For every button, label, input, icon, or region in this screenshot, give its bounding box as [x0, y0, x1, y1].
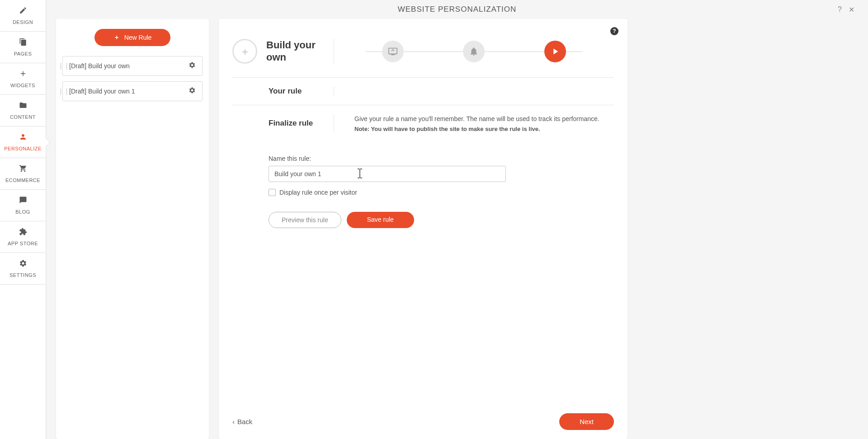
- rule-list-item[interactable]: ⋮⋮⋮⋮ [Draft] Build your own 1: [62, 81, 203, 101]
- wizard-title: Build your own: [266, 39, 325, 63]
- plus-icon: [19, 70, 27, 80]
- name-rule-label: Name this rule:: [269, 155, 614, 162]
- gear-icon: [19, 259, 27, 270]
- step-trigger[interactable]: [382, 41, 404, 62]
- cart-icon: [19, 164, 27, 175]
- panel-footer: ‹ Back Next: [232, 404, 614, 430]
- drag-handle-icon[interactable]: ⋮⋮⋮⋮: [58, 90, 70, 93]
- rule-item-label: [Draft] Build your own: [69, 62, 189, 70]
- plus-icon: ＋: [113, 33, 120, 42]
- pages-icon: [19, 38, 27, 48]
- button-row: Preview this rule Save rule: [269, 212, 614, 228]
- checkbox-label: Display rule once per visitor: [279, 189, 357, 196]
- wizard-header: ＋ Build your own: [232, 28, 614, 78]
- sidebar-item-label: ECOMMERCE: [5, 177, 40, 183]
- close-icon[interactable]: ✕: [849, 5, 854, 14]
- play-icon: [550, 47, 560, 56]
- gear-icon[interactable]: [189, 61, 196, 70]
- sidebar-item-widgets[interactable]: WIDGETS: [0, 63, 46, 95]
- new-rule-button[interactable]: ＋ New Rule: [94, 29, 170, 46]
- drag-handle-icon[interactable]: ⋮⋮⋮⋮: [58, 65, 70, 67]
- sidebar-item-settings[interactable]: SETTINGS: [0, 253, 46, 285]
- sidebar-item-pages[interactable]: PAGES: [0, 32, 46, 63]
- help-icon[interactable]: ?: [610, 27, 618, 35]
- main-panel: ? ＋ Build your own: [219, 19, 627, 439]
- section-label: Finalize rule: [269, 119, 313, 128]
- save-rule-button[interactable]: Save rule: [347, 212, 414, 228]
- next-button[interactable]: Next: [559, 413, 614, 430]
- sidebar-item-blog[interactable]: BLOG: [0, 190, 46, 221]
- header: WEBSITE PERSONALIZATION ? ✕: [46, 0, 868, 19]
- section-label: Your rule: [269, 87, 302, 96]
- sidebar-item-label: DESIGN: [13, 19, 33, 25]
- back-button[interactable]: ‹ Back: [232, 418, 252, 425]
- monitor-icon: [388, 47, 398, 56]
- sidebar-navigation: DESIGN PAGES WIDGETS CONTENT PERSONALIZE…: [0, 0, 46, 439]
- section-your-rule: Your rule: [232, 78, 614, 105]
- gear-icon[interactable]: [189, 87, 196, 96]
- checkbox-input[interactable]: [269, 189, 276, 196]
- wizard-title-section: ＋ Build your own: [232, 39, 334, 64]
- sidebar-item-label: PAGES: [14, 51, 32, 56]
- wizard-steps: [334, 41, 614, 62]
- sidebar-item-design[interactable]: DESIGN: [0, 0, 46, 32]
- rules-panel: ＋ New Rule ⋮⋮⋮⋮ [Draft] Build your own ⋮…: [56, 19, 209, 439]
- section-content: Give your rule a name you'll remember. T…: [334, 114, 614, 132]
- sidebar-item-ecommerce[interactable]: ECOMMERCE: [0, 158, 46, 190]
- form-area: Name this rule: Display rule once per vi…: [232, 141, 614, 228]
- header-title: WEBSITE PERSONALIZATION: [398, 5, 517, 14]
- step-launch[interactable]: [544, 41, 566, 62]
- rule-item-label: [Draft] Build your own 1: [69, 88, 189, 95]
- section-label-col: Finalize rule: [232, 114, 334, 132]
- section-content: [334, 87, 614, 96]
- sidebar-item-label: PERSONALIZE: [4, 146, 42, 151]
- folder-icon: [19, 101, 27, 112]
- pencil-icon: [19, 6, 27, 17]
- sidebar-item-appstore[interactable]: APP STORE: [0, 221, 46, 253]
- checkbox-row[interactable]: Display rule once per visitor: [269, 189, 614, 196]
- header-actions: ? ✕: [838, 5, 854, 14]
- sidebar-item-label: WIDGETS: [10, 83, 35, 88]
- help-icon[interactable]: ?: [838, 5, 842, 14]
- chat-icon: [19, 196, 27, 206]
- section-finalize: Finalize rule Give your rule a name you'…: [232, 105, 614, 141]
- sidebar-item-personalize[interactable]: PERSONALIZE: [0, 126, 46, 158]
- rule-list-item[interactable]: ⋮⋮⋮⋮ [Draft] Build your own: [62, 56, 203, 76]
- content-row: ＋ New Rule ⋮⋮⋮⋮ [Draft] Build your own ⋮…: [46, 19, 868, 439]
- person-icon: [19, 133, 27, 143]
- back-label: Back: [237, 418, 252, 425]
- step-notification[interactable]: [463, 41, 485, 62]
- section-note: Note: You will have to publish the site …: [354, 126, 605, 132]
- preview-rule-button[interactable]: Preview this rule: [269, 212, 341, 228]
- sidebar-item-label: SETTINGS: [9, 272, 36, 278]
- puzzle-icon: [19, 228, 27, 238]
- new-rule-label: New Rule: [124, 34, 152, 41]
- chevron-left-icon: ‹: [232, 418, 235, 425]
- bell-icon: [469, 47, 479, 56]
- sidebar-item-label: BLOG: [15, 209, 30, 215]
- sidebar-item-label: APP STORE: [8, 241, 38, 246]
- main-area: WEBSITE PERSONALIZATION ? ✕ ＋ New Rule ⋮…: [46, 0, 868, 439]
- rule-name-input[interactable]: [269, 166, 506, 182]
- section-description: Give your rule a name you'll remember. T…: [354, 114, 605, 124]
- sidebar-item-content[interactable]: CONTENT: [0, 95, 46, 126]
- plus-circle-icon: ＋: [232, 39, 257, 64]
- section-label-col: Your rule: [232, 87, 334, 96]
- sidebar-item-label: CONTENT: [10, 114, 36, 120]
